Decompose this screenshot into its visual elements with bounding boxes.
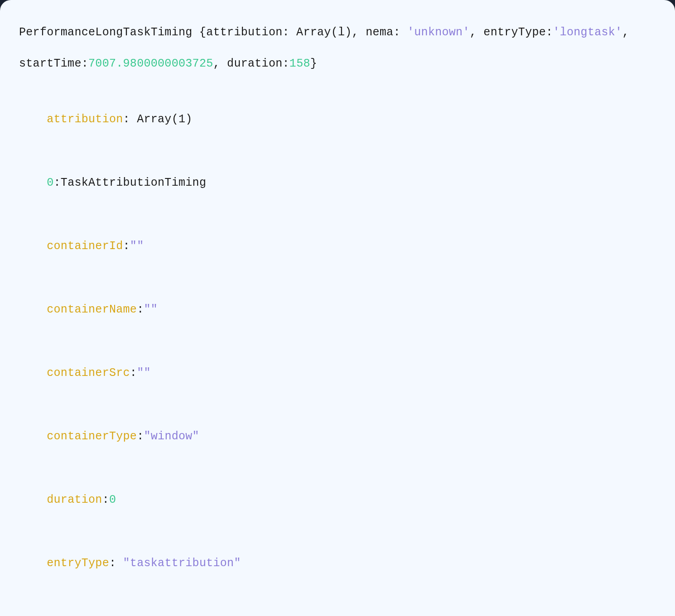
attribution-key: attribution <box>206 26 282 39</box>
attribution-value: Array(l) <box>289 26 352 39</box>
property-line-duration: duration:0 <box>19 476 656 524</box>
property-line-containertype: containerType:"window" <box>19 413 656 460</box>
starttime-key: startTime <box>19 57 82 70</box>
prop-value: 0 <box>109 493 116 506</box>
prop-value: :TaskAttributionTiming <box>54 176 207 189</box>
nema-value: 'unknown' <box>407 26 470 39</box>
prop-value: "window" <box>144 430 199 443</box>
property-line-attribution: attribution: Array(1) <box>19 96 656 143</box>
prop-key: containerId <box>47 240 123 253</box>
property-line-containername: containerName:"" <box>19 286 656 333</box>
prop-value: "" <box>137 366 151 380</box>
prop-value: "" <box>130 240 144 253</box>
console-output-panel: PerformanceLongTaskTiming {attribution: … <box>0 0 675 616</box>
prop-key: containerSrc <box>47 366 130 380</box>
entrytype-value: 'longtask' <box>553 26 622 39</box>
type-name: PerformanceLongTaskTiming <box>19 26 193 39</box>
entrytype-key: entryType <box>483 26 546 39</box>
duration-value: 158 <box>289 57 310 70</box>
open-brace: { <box>193 26 207 39</box>
prop-key: attribution <box>47 113 123 126</box>
nema-key: nema <box>366 26 393 39</box>
prop-value: "" <box>144 303 158 316</box>
prop-value: "taskattribution" <box>123 557 241 570</box>
property-line-containerid: containerId:"" <box>19 222 656 270</box>
prop-key: duration <box>47 493 102 506</box>
property-line-containersrc: containerSrc:"" <box>19 349 656 397</box>
starttime-value: 7007.9800000003725 <box>88 57 213 70</box>
property-line-entrytype: entryType: "taskattribution" <box>19 539 656 587</box>
prop-key: 0 <box>47 176 53 189</box>
prop-value: : Array(1) <box>123 113 193 126</box>
close-brace: } <box>310 57 317 70</box>
property-line-index0: 0:TaskAttributionTiming <box>19 159 656 207</box>
prop-key: entryType <box>47 557 109 570</box>
property-line-name: name: "unknown" <box>19 603 656 616</box>
prop-key: containerName <box>47 303 137 316</box>
prop-key: containerType <box>47 430 137 443</box>
object-summary-header: PerformanceLongTaskTiming {attribution: … <box>19 17 656 80</box>
duration-key: duration <box>227 57 282 70</box>
